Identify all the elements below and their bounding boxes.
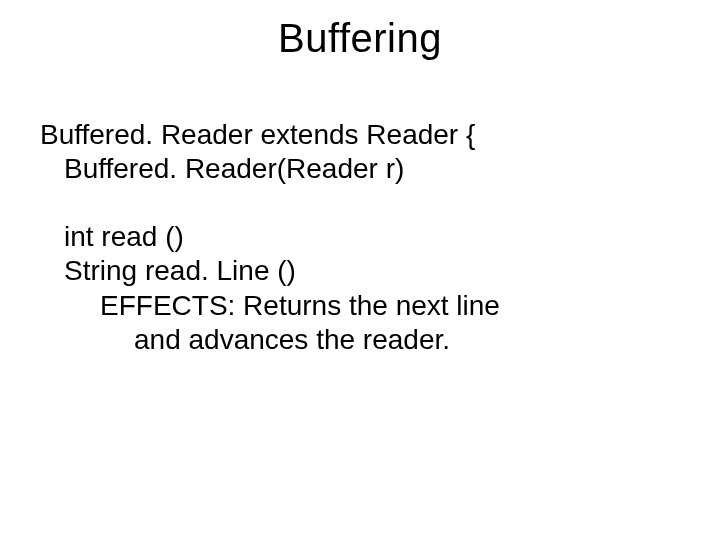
line-int-read: int read ()	[64, 220, 680, 254]
line-effects-cont: and advances the reader.	[134, 323, 680, 357]
line-readline: String read. Line ()	[64, 254, 680, 288]
blank-line	[40, 186, 680, 220]
slide-body: Buffered. Reader extends Reader { Buffer…	[40, 118, 680, 357]
slide-title: Buffering	[0, 16, 720, 61]
slide: Buffering Buffered. Reader extends Reade…	[0, 0, 720, 540]
line-effects: EFFECTS: Returns the next line	[100, 289, 680, 323]
line-class-declaration: Buffered. Reader extends Reader {	[40, 118, 680, 152]
line-constructor: Buffered. Reader(Reader r)	[64, 152, 680, 186]
